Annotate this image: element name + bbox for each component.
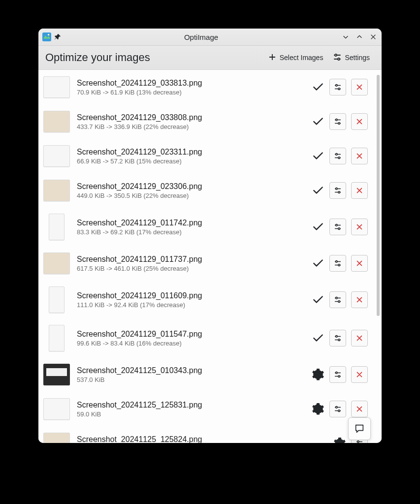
filename: Screenshot_20241129_023306.png: [77, 182, 305, 191]
row-actions: [312, 182, 368, 199]
file-info: Screenshot_20241129_011609.png111.0 KiB …: [77, 291, 305, 309]
gear-icon: [333, 437, 346, 443]
row-settings-button[interactable]: [329, 148, 346, 164]
maximize-button[interactable]: [355, 32, 364, 41]
minimize-button[interactable]: [341, 32, 350, 41]
list-item: Screenshot_20241129_023306.png449.0 KiB …: [38, 173, 375, 208]
file-meta: 433.7 KiB -> 336.9 KiB (22% decrease): [77, 123, 305, 130]
remove-button[interactable]: [351, 219, 368, 235]
remove-button[interactable]: [351, 366, 368, 383]
svg-point-3: [338, 58, 340, 60]
remove-button[interactable]: [351, 330, 368, 346]
remove-button[interactable]: [351, 401, 368, 417]
filename: Screenshot_20241125_010343.png: [77, 366, 305, 375]
list-item: Screenshot_20241129_011742.png83.3 KiB -…: [38, 208, 375, 246]
filename: Screenshot_20241129_011609.png: [77, 291, 305, 300]
file-info: Screenshot_20241129_011547.png99.6 KiB -…: [77, 330, 305, 347]
svg-point-1: [48, 34, 50, 36]
thumbnail: [49, 214, 65, 240]
file-info: Screenshot_20241129_033808.png433.7 KiB …: [77, 113, 305, 130]
filename: Screenshot_20241129_033808.png: [77, 113, 305, 122]
svg-point-13: [338, 228, 340, 230]
check-icon: [312, 81, 324, 94]
check-icon: [312, 184, 324, 197]
row-settings-button[interactable]: [329, 79, 346, 95]
file-meta: 83.3 KiB -> 69.2 KiB (17% decrease): [77, 228, 305, 236]
row-settings-button[interactable]: [329, 291, 346, 308]
window-title: OptiImage: [64, 33, 338, 41]
chat-fab[interactable]: [348, 417, 371, 440]
thumbnail: [43, 433, 70, 443]
thumbnail: [49, 286, 65, 313]
file-meta: 66.9 KiB -> 57.2 KiB (15% decrease): [77, 158, 305, 165]
row-actions: [312, 401, 368, 417]
row-actions: [312, 113, 368, 130]
file-meta: 70.9 KiB -> 61.9 KiB (13% decrease): [77, 89, 305, 96]
svg-point-8: [336, 154, 338, 156]
row-settings-button[interactable]: [329, 401, 346, 417]
svg-point-9: [338, 157, 340, 159]
check-icon: [312, 115, 324, 128]
plus-icon: [268, 53, 277, 63]
row-actions: [312, 330, 368, 346]
svg-point-11: [338, 191, 340, 193]
thumbnail: [43, 398, 70, 420]
svg-point-14: [336, 261, 338, 263]
filename: Screenshot_20241125_125824.png: [77, 435, 326, 443]
file-info: Screenshot_20241125_010343.png537.0 KiB: [77, 366, 305, 383]
list-item: Screenshot_20241125_010343.png537.0 KiB: [38, 357, 375, 392]
row-settings-button[interactable]: [329, 113, 346, 130]
select-images-button[interactable]: Select Images: [263, 51, 328, 65]
close-button[interactable]: [369, 32, 378, 41]
file-meta: 537.0 KiB: [77, 376, 305, 383]
row-settings-button[interactable]: [329, 219, 346, 235]
sliders-icon: [333, 53, 342, 63]
thumbnail: [49, 325, 65, 351]
page-heading: Optimize your images: [45, 51, 263, 64]
row-settings-button[interactable]: [329, 255, 346, 272]
remove-button[interactable]: [351, 182, 368, 199]
thumbnail: [43, 252, 70, 274]
file-meta: 59.0 KiB: [77, 410, 305, 418]
svg-point-10: [336, 188, 338, 190]
row-settings-button[interactable]: [329, 182, 346, 199]
file-info: Screenshot_20241129_023306.png449.0 KiB …: [77, 182, 305, 199]
svg-point-2: [335, 54, 337, 56]
file-meta: 617.5 KiB -> 461.0 KiB (25% decrease): [77, 265, 305, 272]
row-settings-button[interactable]: [329, 366, 346, 383]
svg-point-15: [338, 264, 340, 266]
row-actions: [312, 255, 368, 272]
svg-point-7: [338, 123, 340, 125]
remove-button[interactable]: [351, 291, 368, 308]
remove-button[interactable]: [351, 79, 368, 95]
svg-point-5: [338, 88, 340, 90]
select-images-label: Select Images: [280, 54, 323, 62]
thumbnail: [43, 76, 70, 98]
list-item: Screenshot_20241129_011547.png99.6 KiB -…: [38, 319, 375, 357]
file-info: Screenshot_20241129_011742.png83.3 KiB -…: [77, 219, 305, 236]
remove-button[interactable]: [351, 113, 368, 130]
filename: Screenshot_20241129_023311.png: [77, 148, 305, 157]
settings-button[interactable]: Settings: [328, 51, 375, 65]
thumbnail: [43, 145, 70, 167]
row-settings-button[interactable]: [329, 330, 346, 346]
filename: Screenshot_20241129_011547.png: [77, 330, 305, 339]
scrollbar-thumb[interactable]: [377, 75, 380, 316]
filename: Screenshot_20241129_011737.png: [77, 255, 305, 264]
pin-icon[interactable]: [54, 33, 61, 40]
remove-button[interactable]: [351, 148, 368, 164]
filename: Screenshot_20241129_011742.png: [77, 219, 305, 227]
svg-point-17: [338, 301, 340, 303]
svg-point-23: [338, 410, 340, 412]
gear-icon: [312, 403, 324, 415]
list-item: Screenshot_20241125_125831.png59.0 KiB: [38, 392, 375, 426]
app-icon: [42, 32, 51, 41]
check-icon: [312, 257, 324, 270]
row-actions: [312, 79, 368, 95]
svg-point-12: [336, 224, 338, 226]
svg-point-20: [336, 372, 338, 374]
check-icon: [312, 293, 324, 306]
remove-button[interactable]: [351, 255, 368, 272]
thumbnail: [43, 180, 70, 201]
scrollbar[interactable]: [377, 75, 380, 429]
